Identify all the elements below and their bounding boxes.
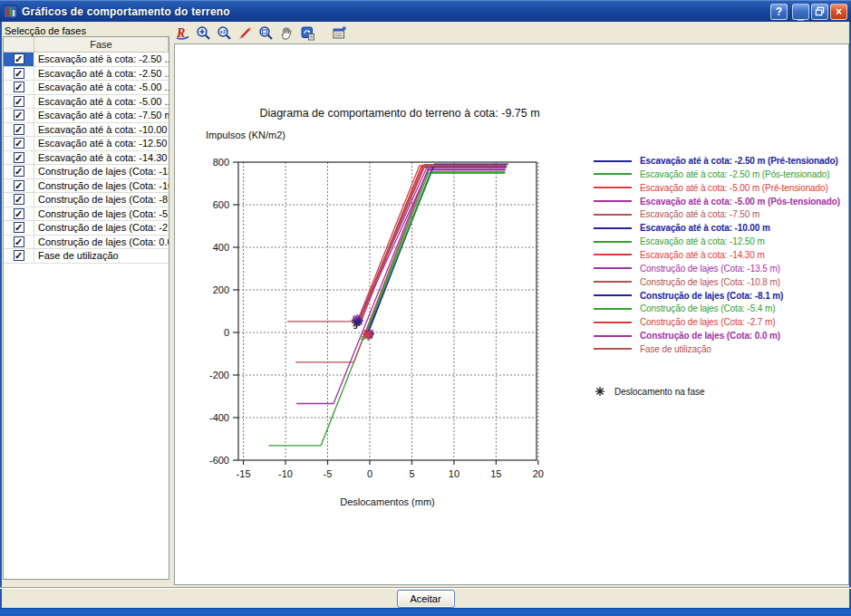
- legend-line-sample: [594, 335, 632, 337]
- legend-label: Construção de lajes (Cota: -10.8 m): [640, 277, 780, 287]
- phase-checkbox[interactable]: ✓: [14, 124, 24, 135]
- restore-icon: [815, 6, 825, 16]
- legend-entry: Construção de lajes (Cota: -13.5 m): [594, 263, 780, 274]
- phase-checkbox[interactable]: ✓: [14, 110, 24, 120]
- phase-row[interactable]: ✓Construção de lajes (Cota: -8....: [4, 193, 169, 207]
- phase-checkbox[interactable]: ✓: [14, 82, 24, 92]
- phase-row[interactable]: ✓Fase de utilização: [4, 249, 169, 264]
- legend-entry: Construção de lajes (Cota: -8.1 m): [594, 290, 783, 302]
- phase-row[interactable]: ✓Construção de lajes (Cota: -13...: [4, 165, 169, 179]
- svg-text:-10: -10: [278, 468, 293, 479]
- phase-checkbox-cell: ✓: [4, 81, 34, 94]
- legend-entry: Escavação até à cota: -12.50 m: [594, 236, 765, 247]
- phase-checkbox[interactable]: ✓: [14, 68, 24, 79]
- legend-label: Escavação até à cota: -12.50 m: [640, 236, 765, 246]
- phase-label: Construção de lajes (Cota: -13...: [34, 165, 169, 178]
- properties-icon: [332, 25, 347, 41]
- phase-checkbox-cell: ✓: [4, 109, 34, 122]
- phase-row[interactable]: ✓Construção de lajes (Cota: -5....: [4, 207, 169, 222]
- pan-button[interactable]: [278, 24, 296, 43]
- zoom-extents-button[interactable]: [195, 24, 213, 43]
- phase-label: Escavação até à cota: -7.50 m: [34, 109, 169, 122]
- phase-row[interactable]: ✓Construção de lajes (Cota: -2....: [4, 221, 169, 236]
- phase-row[interactable]: ✓Escavação até à cota: -14.30 m: [4, 151, 169, 166]
- chart-panel: -15-10-5051015208006004002000-200-400-60…: [174, 43, 849, 585]
- phase-checkbox-cell: ✓: [4, 236, 34, 249]
- phase-checkbox[interactable]: ✓: [14, 138, 24, 149]
- svg-text:Diagrama de comportamento do t: Diagrama de comportamento do terreno à c…: [259, 107, 539, 120]
- zoom-2x-button[interactable]: x2: [216, 24, 234, 43]
- phase-checkbox[interactable]: ✓: [14, 194, 24, 205]
- legend-label: Escavação até à cota: -10.00 m: [640, 223, 770, 233]
- phase-row[interactable]: ✓Escavação até à cota: -2.50 ...: [4, 67, 169, 82]
- phase-checkbox[interactable]: ✓: [14, 152, 24, 163]
- legend-line-sample: [594, 173, 632, 175]
- svg-text:-15: -15: [237, 468, 251, 479]
- phase-row[interactable]: ✓Construção de lajes (Cota: 0.0...: [4, 236, 169, 250]
- legend-line-sample: [594, 214, 632, 216]
- svg-text:-200: -200: [209, 370, 229, 380]
- titlebar: Gráficos de comportamento do terreno ?_×: [0, 0, 851, 22]
- legend-line-sample: [594, 322, 632, 323]
- phase-checkbox[interactable]: ✓: [14, 208, 24, 219]
- close-button[interactable]: ×: [830, 4, 847, 20]
- phase-label: Fase de utilização: [34, 249, 169, 263]
- zoom-2x-icon: x2: [217, 25, 232, 41]
- accept-button[interactable]: Aceitar: [397, 590, 455, 608]
- legend-line-sample: [594, 227, 632, 229]
- zoom-window-button[interactable]: [257, 24, 276, 43]
- properties-button[interactable]: [331, 24, 349, 43]
- phase-checkbox[interactable]: ✓: [14, 180, 24, 191]
- legend-line-sample: [594, 160, 632, 162]
- chart-toolbar: Rx2: [174, 24, 849, 43]
- phase-row[interactable]: ✓Construção de lajes (Cota: -10...: [4, 179, 169, 194]
- zoom-real-icon: R: [175, 25, 190, 41]
- legend-line-sample: [594, 200, 632, 202]
- phase-row[interactable]: ✓Escavação até à cota: -5.00 ...: [4, 81, 169, 95]
- legend-entry: Fase de utilização: [594, 343, 711, 355]
- phase-row[interactable]: ✓Escavação até à cota: -2.50 ...: [4, 53, 169, 67]
- phase-checkbox-cell: ✓: [4, 221, 34, 235]
- phase-checkbox[interactable]: ✓: [14, 222, 24, 233]
- minimize-button[interactable]: _: [792, 4, 809, 20]
- phase-checkbox[interactable]: ✓: [14, 96, 24, 107]
- help-button[interactable]: ?: [770, 4, 788, 20]
- zoom-window-icon: [258, 25, 274, 41]
- phase-checkbox[interactable]: ✓: [14, 250, 24, 261]
- phase-column-header: Fase: [34, 37, 169, 52]
- app-icon: [4, 5, 18, 19]
- checkbox-column-header: [4, 37, 34, 52]
- phase-label: Construção de lajes (Cota: -8....: [34, 193, 169, 207]
- phase-checkbox-cell: ✓: [4, 165, 34, 178]
- phase-list-header: Fase: [4, 37, 169, 53]
- phase-checkbox[interactable]: ✓: [14, 236, 24, 247]
- phase-checkbox[interactable]: ✓: [14, 166, 24, 177]
- phase-checkbox-cell: ✓: [4, 95, 34, 109]
- phase-row[interactable]: ✓Escavação até à cota: -5.00 ...: [4, 95, 169, 110]
- legend-entry: Construção de lajes (Cota: -5.4 m): [594, 303, 775, 314]
- measure-icon: [237, 25, 253, 41]
- phase-label: Escavação até à cota: -14.30 m: [34, 151, 169, 165]
- svg-text:15: 15: [490, 468, 501, 479]
- restore-button[interactable]: [811, 4, 828, 20]
- legend-label: Escavação até à cota: -2.50 m (Pós-tensi…: [640, 169, 829, 179]
- legend-label: Escavação até à cota: -14.30 m: [640, 250, 765, 260]
- phase-row[interactable]: ✓Escavação até à cota: -12.50 m: [4, 137, 169, 151]
- measure-button[interactable]: [237, 24, 255, 43]
- export-button[interactable]: [299, 24, 317, 43]
- legend-line-sample: [594, 254, 632, 255]
- export-page-icon: [300, 25, 315, 41]
- phase-label: Construção de lajes (Cota: -5....: [34, 207, 169, 221]
- legend-label: Escavação até à cota: -5.00 m (Pós-tensi…: [640, 197, 840, 207]
- legend-entry: Construção de lajes (Cota: -2.7 m): [594, 316, 775, 328]
- legend-line-sample: [594, 241, 632, 243]
- phase-row[interactable]: ✓Escavação até à cota: -10.00 m: [4, 123, 169, 138]
- phase-row[interactable]: ✓Escavação até à cota: -7.50 m: [4, 109, 169, 123]
- window-controls: ?_×: [770, 4, 847, 20]
- phase-checkbox[interactable]: ✓: [14, 53, 24, 64]
- legend-label: Fase de utilização: [640, 344, 711, 354]
- asterisk-marker-icon: [594, 385, 606, 398]
- help-icon: ?: [776, 6, 782, 17]
- svg-text:10: 10: [449, 468, 459, 479]
- zoom-real-button[interactable]: R: [174, 24, 192, 43]
